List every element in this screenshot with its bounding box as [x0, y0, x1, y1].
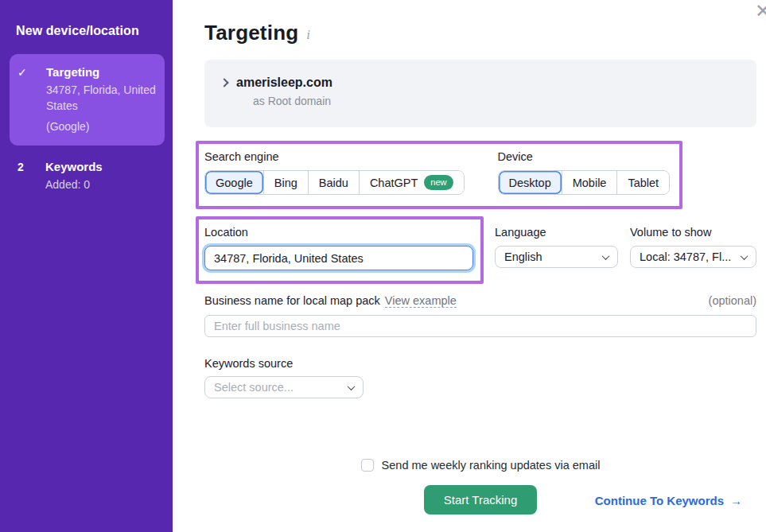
option-label: Google: [216, 177, 253, 189]
step-keywords-count: Added: 0: [45, 177, 103, 192]
business-name-input[interactable]: [204, 315, 756, 337]
option-label: Bing: [274, 177, 297, 189]
chevron-down-icon: [602, 252, 610, 260]
email-updates-label: Send me weekly ranking updates via email: [382, 459, 601, 472]
sidebar-step-keywords[interactable]: 2 Keywords Added: 0: [0, 150, 173, 202]
step-number: 2: [17, 160, 45, 192]
highlight-box-location: Location: [196, 216, 484, 284]
continue-to-keywords-link[interactable]: Continue To Keywords →: [595, 493, 742, 507]
language-label: Language: [495, 226, 618, 239]
domain-name: amerisleep.com: [236, 76, 332, 90]
start-tracking-button[interactable]: Start Tracking: [424, 485, 538, 515]
dialog-footer: Send me weekly ranking updates via email…: [204, 459, 756, 515]
step-content: Keywords Added: 0: [45, 160, 103, 192]
highlight-box-engine-device: Search engine Google Bing Baidu ChatGPT …: [196, 141, 682, 209]
view-example-link[interactable]: View example: [385, 294, 457, 308]
volume-value: Local: 34787, Fl...: [640, 250, 731, 263]
domain-row: amerisleep.com: [221, 76, 741, 90]
arrow-right-icon: →: [730, 493, 742, 507]
domain-panel: amerisleep.com as Root domain: [204, 60, 756, 127]
option-label: Tablet: [628, 177, 659, 189]
new-badge: new: [424, 175, 453, 189]
chevron-down-icon: [348, 382, 356, 390]
location-label: Location: [204, 226, 473, 239]
search-engine-label: Search engine: [204, 150, 465, 163]
step-label: Targeting: [46, 65, 157, 79]
keywords-source-label: Keywords source: [204, 357, 756, 370]
search-engine-option-baidu[interactable]: Baidu: [308, 171, 359, 194]
language-value: English: [504, 250, 542, 263]
sidebar-title: New device/location: [16, 24, 157, 38]
step-engine-summary: (Google): [46, 118, 157, 134]
chevron-down-icon: [741, 252, 749, 260]
keywords-source-placeholder: Select source...: [214, 381, 294, 394]
device-label: Device: [498, 150, 671, 163]
volume-label: Volume to show: [630, 226, 756, 239]
new-device-location-dialog: New device/location ✓ Targeting 34787, F…: [0, 0, 766, 532]
device-option-tablet[interactable]: Tablet: [616, 171, 669, 194]
page-title-row: Targeting i: [204, 21, 756, 45]
wizard-sidebar: New device/location ✓ Targeting 34787, F…: [0, 0, 173, 532]
location-row: Location Language English Volume to show…: [204, 216, 756, 284]
device-option-mobile[interactable]: Mobile: [562, 171, 617, 194]
search-engine-option-bing[interactable]: Bing: [263, 171, 308, 194]
business-name-field: Business name for local map pack View ex…: [204, 294, 756, 337]
step-label: Keywords: [45, 160, 103, 173]
action-buttons-row: Start Tracking Continue To Keywords →: [204, 485, 756, 515]
step-location-summary: 34787, Florida, United States: [46, 82, 157, 114]
page-title: Targeting: [204, 21, 298, 45]
location-input[interactable]: [204, 246, 473, 270]
targeting-panel: ✕ Targeting i amerisleep.com as Root dom…: [173, 0, 766, 532]
option-label: Desktop: [509, 177, 551, 189]
sidebar-step-targeting[interactable]: ✓ Targeting 34787, Florida, United State…: [10, 54, 165, 146]
info-icon[interactable]: i: [306, 27, 310, 43]
check-icon: ✓: [17, 65, 46, 134]
step-content: Targeting 34787, Florida, United States …: [46, 65, 157, 134]
device-segmented-control: Desktop Mobile Tablet: [498, 170, 671, 195]
search-engine-option-google[interactable]: Google: [205, 171, 263, 194]
business-label-row: Business name for local map pack View ex…: [204, 294, 756, 308]
device-option-desktop[interactable]: Desktop: [499, 171, 562, 194]
optional-tag: (optional): [709, 294, 756, 307]
domain-scope: as Root domain: [253, 95, 741, 107]
keywords-source-select[interactable]: Select source...: [204, 376, 364, 398]
language-select[interactable]: English: [495, 246, 618, 268]
option-label: ChatGPT: [370, 177, 418, 189]
device-field: Device Desktop Mobile Tablet: [498, 150, 671, 195]
volume-select[interactable]: Local: 34787, Fl...: [630, 246, 756, 268]
chevron-right-icon[interactable]: [220, 78, 228, 87]
email-updates-row: Send me weekly ranking updates via email: [204, 459, 756, 472]
option-label: Baidu: [319, 177, 348, 189]
keywords-source-field: Keywords source Select source...: [204, 357, 756, 398]
volume-field: Volume to show Local: 34787, Fl...: [630, 226, 756, 268]
close-icon[interactable]: ✕: [755, 0, 766, 23]
language-field: Language English: [495, 226, 618, 268]
business-label-left: Business name for local map pack View ex…: [204, 294, 457, 308]
option-label: Mobile: [573, 177, 607, 189]
search-engine-field: Search engine Google Bing Baidu ChatGPT …: [204, 150, 465, 195]
search-engine-segmented-control: Google Bing Baidu ChatGPT new: [204, 170, 465, 195]
search-engine-option-chatgpt[interactable]: ChatGPT new: [359, 171, 464, 194]
business-label: Business name for local map pack: [204, 294, 380, 307]
link-label: Continue To Keywords: [595, 493, 724, 507]
email-updates-checkbox[interactable]: [361, 459, 374, 472]
